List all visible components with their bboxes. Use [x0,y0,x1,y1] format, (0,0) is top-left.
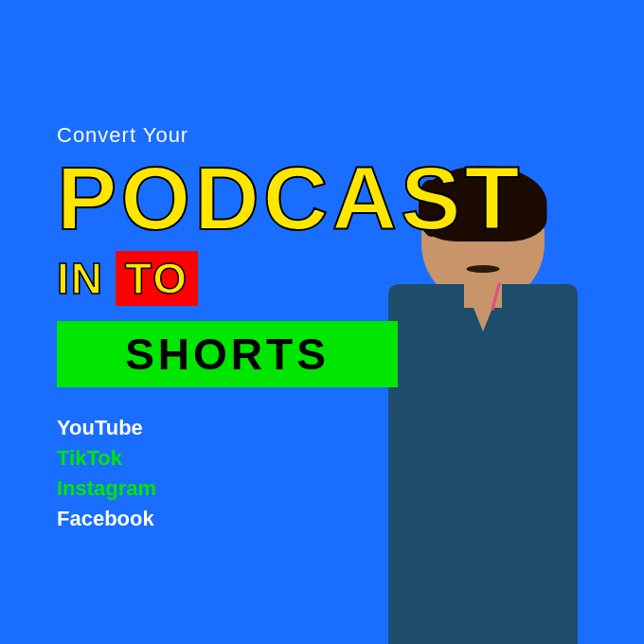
platform-instagram: Instagram [57,476,523,501]
shorts-banner: SHORTS [57,321,398,387]
subtitle: Convert Your [57,123,523,148]
shorts-label: SHORTS [125,329,330,380]
into-to-box: TO [116,251,198,306]
platform-youtube: YouTube [57,416,523,440]
into-to-text: TO [125,253,188,304]
main-title: PODCAST [57,153,523,243]
into-in-text: IN [57,253,104,304]
platform-tiktok: TikTok [57,446,523,471]
into-wrapper: IN TO [57,251,523,306]
platforms-list: YouTube TikTok Instagram Facebook [57,416,523,531]
main-container: Convert Your PODCAST IN TO SHORTS YouTub… [0,0,644,644]
platform-facebook: Facebook [57,507,523,531]
text-area: Convert Your PODCAST IN TO SHORTS YouTub… [57,123,523,531]
